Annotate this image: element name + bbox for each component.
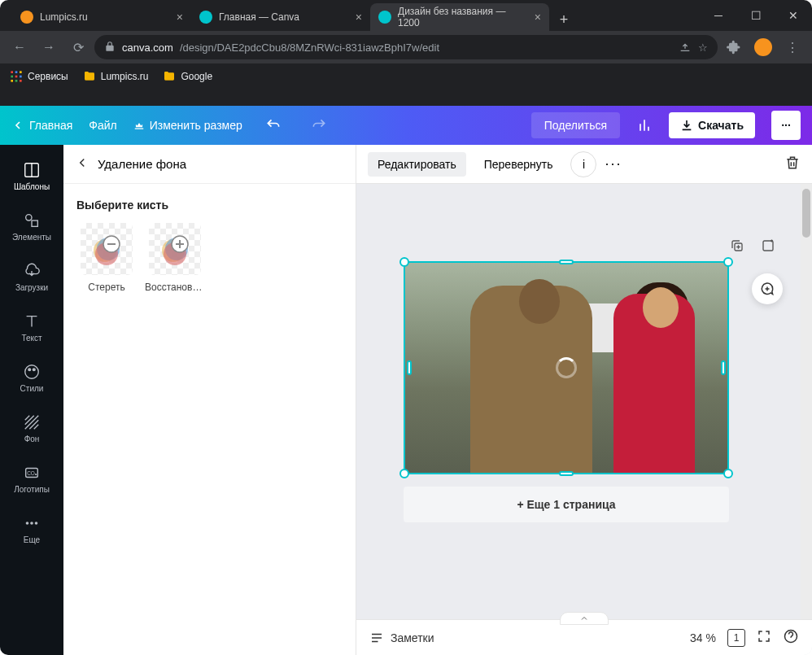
svg-point-11 (26, 214, 32, 220)
bookmark-folder[interactable]: Google (163, 70, 212, 83)
notes-button[interactable]: Заметки (369, 631, 434, 645)
rail-more[interactable]: Еще (0, 504, 63, 553)
download-icon (680, 119, 693, 132)
svg-point-13 (25, 365, 39, 378)
back-button[interactable] (75, 155, 89, 172)
canva-header: Главная Файл Изменить размер Поделиться … (0, 106, 812, 145)
share-button[interactable]: Поделиться (531, 112, 620, 138)
folder-icon (83, 70, 96, 83)
resize-handle-tr[interactable] (723, 257, 733, 267)
text-icon (23, 312, 41, 330)
resize-handle-bl[interactable] (399, 469, 409, 478)
rail-text[interactable]: Текст (0, 303, 63, 352)
chevron-left-icon (11, 119, 24, 132)
bookmark-folder[interactable]: Lumpics.ru (83, 70, 149, 83)
duplicate-page-button[interactable] (726, 234, 749, 257)
close-icon[interactable]: × (535, 11, 541, 24)
download-button[interactable]: Скачать (669, 112, 755, 138)
help-button[interactable] (783, 628, 799, 647)
share-icon[interactable] (679, 40, 692, 55)
svg-point-18 (26, 522, 29, 525)
add-page-bar[interactable]: + Еще 1 страница (404, 487, 729, 522)
canvas-area: Редактировать Перевернуть i ··· (356, 145, 812, 655)
rail-logos[interactable]: CO₂ Логотипы (0, 454, 63, 503)
redo-button[interactable] (304, 111, 334, 140)
resize-handle-br[interactable] (723, 469, 733, 478)
rail-styles[interactable]: Стили (0, 353, 63, 402)
resize-handle-r[interactable] (721, 360, 726, 375)
comment-button[interactable] (752, 273, 783, 304)
rail-label: Логотипы (14, 485, 50, 494)
address-bar[interactable]: canva.com/design/DAE2pdcCbu8/8MZnRWci-83… (94, 35, 718, 59)
address-row: ← → ⟳ canva.com/design/DAE2pdcCbu8/8MZnR… (0, 31, 812, 63)
page-number: 1 (734, 632, 740, 644)
selected-image[interactable] (404, 261, 729, 474)
analytics-button[interactable] (636, 117, 653, 133)
minus-circle-icon (90, 233, 123, 265)
window-maximize[interactable]: ☐ (737, 0, 775, 31)
rail-uploads[interactable]: Загрузки (0, 252, 63, 301)
resize-label: Изменить размер (150, 119, 242, 132)
chevron-up-icon (579, 614, 589, 623)
resize-menu[interactable]: Изменить размер (133, 119, 242, 132)
back-button[interactable]: ← (7, 34, 33, 60)
svg-rect-1 (15, 71, 18, 73)
close-icon[interactable]: × (177, 11, 183, 24)
rail-background[interactable]: Фон (0, 404, 63, 452)
bookmark-apps[interactable]: Сервисы (10, 70, 68, 83)
tab-title: Главная — Canva (219, 11, 299, 23)
reload-button[interactable]: ⟳ (65, 34, 91, 60)
chevron-left-icon (75, 155, 89, 170)
expand-footer[interactable] (560, 612, 609, 625)
scrollbar[interactable] (801, 184, 812, 619)
resize-handle-t[interactable] (559, 260, 574, 264)
page-actions (726, 234, 779, 257)
browser-menu-icon[interactable]: ⋮ (779, 34, 805, 60)
elements-icon (23, 212, 41, 229)
more-button[interactable]: ··· (605, 155, 622, 172)
browser-tab[interactable]: Lumpics.ru × (12, 3, 191, 31)
browser-tab[interactable]: Главная — Canva × (191, 3, 370, 31)
rail-label: Фон (24, 434, 40, 443)
panel-body: Выберите кисть Стереть (63, 184, 356, 308)
home-link[interactable]: Главная (11, 119, 72, 132)
undo-button[interactable] (259, 111, 288, 140)
info-button[interactable]: i (570, 151, 596, 177)
flip-button[interactable]: Перевернуть (474, 152, 563, 177)
extensions-icon[interactable] (721, 34, 747, 60)
delete-button[interactable] (784, 155, 801, 174)
rail-templates[interactable]: Шаблоны (0, 151, 63, 200)
window-minimize[interactable]: ─ (700, 0, 737, 31)
notes-label: Заметки (391, 631, 434, 644)
file-menu[interactable]: Файл (89, 119, 116, 132)
add-page-button[interactable] (757, 234, 779, 257)
page-indicator[interactable]: 1 (727, 629, 745, 647)
forward-button[interactable]: → (36, 34, 62, 60)
panel-header: Удаление фона (63, 145, 356, 184)
resize-handle-l[interactable] (407, 360, 412, 375)
chart-icon (636, 117, 653, 133)
star-icon[interactable]: ☆ (698, 41, 708, 54)
new-tab-button[interactable]: + (552, 8, 575, 31)
zoom-level[interactable]: 34 % (690, 631, 716, 644)
browser-tab-active[interactable]: Дизайн без названия — 1200 × (370, 3, 549, 31)
scrollbar-thumb[interactable] (802, 189, 810, 238)
templates-icon (23, 161, 41, 179)
fullscreen-button[interactable] (757, 629, 771, 646)
browser-tabs: Lumpics.ru × Главная — Canva × Дизайн бе… (0, 0, 812, 31)
window-close[interactable]: ✕ (775, 0, 812, 31)
rail-label: Еще (24, 535, 40, 544)
rail-elements[interactable]: Элементы (0, 202, 63, 251)
resize-handle-b[interactable] (559, 471, 574, 476)
profile-avatar[interactable] (750, 34, 776, 60)
brush-restore[interactable]: Восстанови... (145, 223, 205, 293)
svg-rect-33 (763, 241, 773, 251)
brush-erase[interactable]: Стереть (76, 223, 137, 293)
resize-handle-tl[interactable] (399, 257, 409, 267)
svg-point-19 (30, 522, 33, 525)
header-more-button[interactable]: ··· (771, 111, 801, 140)
canvas-body[interactable]: + Еще 1 страница (356, 184, 812, 619)
lock-icon (104, 41, 116, 55)
edit-button[interactable]: Редактировать (368, 152, 466, 177)
close-icon[interactable]: × (356, 11, 362, 24)
